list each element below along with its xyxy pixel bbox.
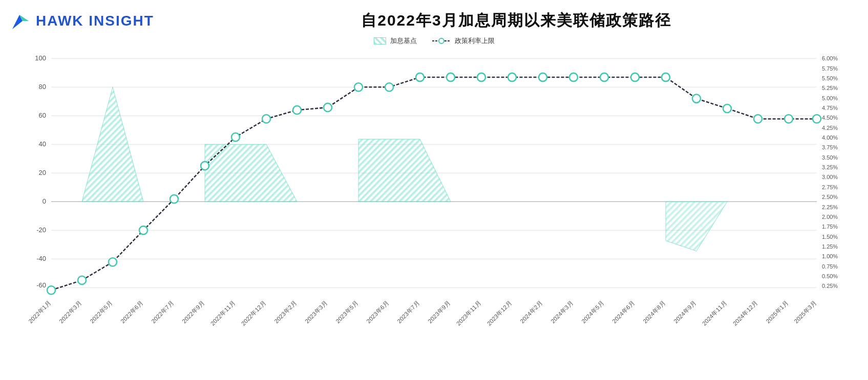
svg-text:2024年2月: 2024年2月 (519, 299, 544, 324)
logo-text: HAWK INSIGHT (36, 14, 154, 28)
svg-point-52 (47, 286, 55, 294)
svg-point-57 (201, 162, 209, 170)
legend-area-icon (374, 37, 386, 44)
svg-point-70 (600, 73, 608, 81)
svg-text:3.75%: 3.75% (822, 144, 838, 150)
svg-text:0.50%: 0.50% (822, 273, 838, 279)
svg-text:2023年9月: 2023年9月 (427, 299, 452, 324)
svg-text:2.75%: 2.75% (822, 184, 838, 190)
svg-text:2022年7月: 2022年7月 (150, 299, 175, 324)
chart-svg: 100 80 60 40 20 0 -20 -40 -60 6.00% 5.75… (10, 48, 858, 340)
svg-point-64 (416, 73, 424, 81)
svg-point-65 (447, 73, 455, 81)
svg-text:2023年2月: 2023年2月 (273, 299, 298, 324)
svg-text:2023年3月: 2023年3月 (304, 299, 329, 324)
svg-text:5.75%: 5.75% (822, 65, 838, 72)
svg-point-71 (631, 73, 639, 81)
svg-text:2022年9月: 2022年9月 (181, 299, 206, 324)
svg-text:0: 0 (43, 197, 46, 205)
svg-text:5.50%: 5.50% (822, 75, 838, 81)
svg-point-59 (262, 115, 270, 123)
svg-point-69 (569, 73, 578, 81)
svg-text:2024年9月: 2024年9月 (672, 299, 697, 324)
svg-text:5.00%: 5.00% (822, 95, 838, 101)
svg-text:2023年6月: 2023年6月 (365, 299, 390, 324)
svg-text:80: 80 (39, 83, 46, 91)
svg-text:2.25%: 2.25% (822, 204, 838, 210)
logo: HAWK INSIGHT (10, 11, 154, 31)
svg-point-74 (723, 104, 731, 113)
chart-title: 自2022年3月加息周期以来美联储政策路径 (175, 10, 858, 31)
svg-text:4.00%: 4.00% (822, 135, 838, 141)
svg-text:2022年12月: 2022年12月 (240, 299, 267, 327)
svg-text:2022年11月: 2022年11月 (209, 299, 236, 327)
main-container: HAWK INSIGHT 自2022年3月加息周期以来美联储政策路径 加息基点 … (0, 0, 868, 380)
svg-text:1.00%: 1.00% (822, 253, 838, 259)
svg-text:5.25%: 5.25% (822, 85, 838, 91)
svg-text:2023年11月: 2023年11月 (455, 299, 482, 327)
svg-text:4.25%: 4.25% (822, 125, 838, 131)
svg-text:2.50%: 2.50% (822, 194, 838, 200)
svg-text:1.50%: 1.50% (822, 233, 838, 239)
header: HAWK INSIGHT 自2022年3月加息周期以来美联储政策路径 (10, 10, 858, 31)
svg-text:100: 100 (35, 54, 46, 62)
svg-point-53 (78, 276, 86, 284)
svg-point-62 (354, 83, 363, 91)
svg-text:0.25%: 0.25% (822, 283, 838, 289)
legend-area-label: 加息基点 (390, 36, 417, 46)
svg-text:-60: -60 (36, 281, 46, 289)
svg-point-72 (662, 73, 670, 81)
legend-line-icon (432, 37, 451, 45)
svg-text:2025年3月: 2025年3月 (793, 299, 818, 324)
svg-text:2024年3月: 2024年3月 (549, 299, 575, 324)
svg-text:2023年5月: 2023年5月 (334, 299, 359, 324)
svg-point-73 (692, 95, 701, 103)
svg-text:2022年3月: 2022年3月 (58, 299, 83, 324)
svg-text:20: 20 (39, 169, 46, 176)
hawk-logo-icon (10, 11, 31, 31)
svg-text:6.00%: 6.00% (822, 55, 838, 61)
svg-point-56 (170, 195, 178, 203)
svg-point-3 (439, 38, 444, 43)
svg-text:1.75%: 1.75% (822, 223, 838, 230)
svg-text:2022年5月: 2022年5月 (89, 299, 114, 324)
svg-point-75 (754, 115, 762, 123)
svg-point-77 (813, 115, 821, 123)
svg-text:3.00%: 3.00% (822, 174, 838, 180)
svg-point-66 (477, 73, 485, 81)
svg-point-63 (385, 83, 393, 91)
chart-area: 100 80 60 40 20 0 -20 -40 -60 6.00% 5.75… (10, 48, 858, 340)
svg-text:2024年6月: 2024年6月 (611, 299, 636, 324)
svg-text:2022年6月: 2022年6月 (119, 299, 144, 324)
svg-point-58 (231, 133, 240, 141)
svg-text:2022年1月: 2022年1月 (27, 299, 52, 324)
legend-line: 政策利率上限 (432, 36, 495, 46)
svg-text:-20: -20 (36, 226, 46, 234)
svg-text:4.75%: 4.75% (822, 105, 838, 111)
svg-text:0.75%: 0.75% (822, 263, 838, 269)
svg-text:3.50%: 3.50% (822, 154, 838, 161)
svg-text:4.50%: 4.50% (822, 115, 838, 121)
svg-text:2024年12月: 2024年12月 (731, 299, 758, 327)
svg-point-67 (508, 73, 516, 81)
svg-text:40: 40 (39, 140, 46, 148)
svg-text:2025年1月: 2025年1月 (765, 299, 790, 324)
svg-marker-51 (666, 202, 727, 251)
svg-text:-40: -40 (36, 255, 46, 262)
legend: 加息基点 政策利率上限 (10, 36, 858, 46)
svg-point-61 (324, 103, 332, 111)
svg-point-76 (785, 115, 793, 123)
svg-point-54 (109, 258, 117, 266)
svg-text:1.25%: 1.25% (822, 243, 838, 250)
svg-text:60: 60 (39, 111, 46, 119)
svg-marker-50 (358, 139, 451, 202)
svg-text:2024年5月: 2024年5月 (580, 299, 605, 324)
svg-text:2024年8月: 2024年8月 (642, 299, 667, 324)
svg-text:2023年12月: 2023年12月 (485, 299, 513, 327)
svg-point-55 (139, 226, 147, 234)
legend-area: 加息基点 (374, 36, 417, 46)
svg-text:2.00%: 2.00% (822, 214, 838, 220)
svg-point-68 (539, 73, 547, 81)
svg-text:3.25%: 3.25% (822, 164, 838, 170)
legend-line-label: 政策利率上限 (455, 36, 495, 46)
